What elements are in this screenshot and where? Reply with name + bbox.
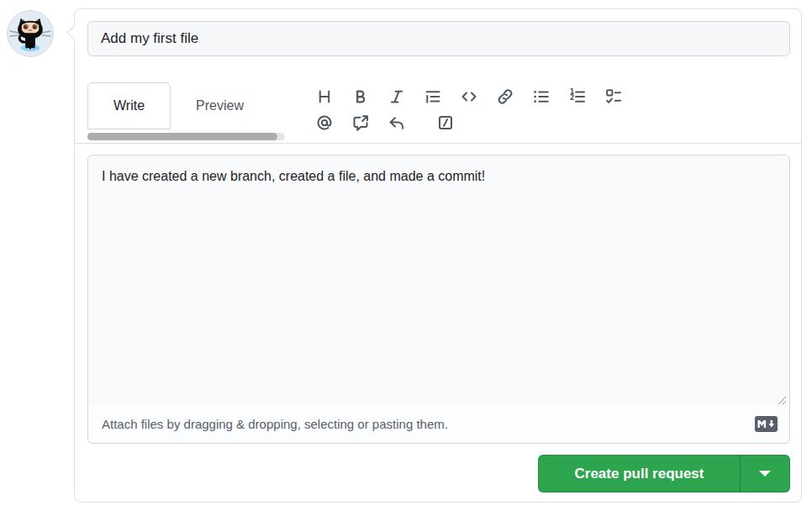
create-pr-options-dropdown[interactable] — [740, 455, 790, 493]
create-pull-request-button[interactable]: Create pull request — [538, 455, 740, 493]
editor-header: Write Preview — [75, 82, 801, 144]
toolbar-row-1: 12 — [316, 83, 622, 109]
tab-preview[interactable]: Preview — [171, 82, 269, 129]
tab-write[interactable]: Write — [87, 82, 171, 129]
heading-button[interactable] — [316, 88, 333, 105]
tabs-horizontal-scrollbar[interactable] — [87, 133, 285, 140]
heading-icon — [316, 88, 333, 105]
markdown-toolbar: 12 — [316, 83, 622, 135]
list-ordered-icon: 12 — [569, 88, 586, 105]
form-actions: Create pull request — [538, 455, 790, 493]
markdown-supported-button[interactable] — [755, 416, 778, 432]
link-button[interactable] — [497, 88, 514, 105]
list-unordered-icon — [533, 88, 550, 105]
bold-icon — [352, 88, 369, 105]
editor-footer: Attach files by dragging & dropping, sel… — [88, 405, 789, 443]
code-icon — [461, 88, 477, 105]
tasklist-button[interactable] — [605, 88, 622, 105]
slash-commands-button[interactable] — [437, 114, 454, 131]
toolbar-row-2 — [316, 109, 622, 135]
quote-icon — [424, 88, 441, 105]
editor-tabs: Write Preview — [87, 82, 269, 129]
reply-icon — [388, 114, 405, 131]
bold-button[interactable] — [352, 88, 369, 105]
cross-reference-icon — [352, 114, 369, 131]
italic-button[interactable] — [388, 88, 405, 105]
mention-button[interactable] — [316, 114, 333, 131]
speech-bubble-caret — [67, 26, 82, 40]
octocat-avatar — [7, 10, 54, 57]
link-icon — [497, 88, 514, 105]
list-unordered-button[interactable] — [533, 88, 550, 105]
pr-title-input[interactable] — [87, 21, 790, 56]
reply-button[interactable] — [388, 114, 405, 131]
scrollbar-thumb[interactable] — [87, 133, 277, 140]
pr-comment-card: Write Preview — [74, 8, 802, 503]
resize-handle-icon[interactable] — [777, 395, 787, 405]
new-pull-request-form: Write Preview — [0, 0, 812, 511]
italic-icon — [388, 88, 405, 105]
cross-reference-button[interactable] — [352, 114, 369, 131]
markdown-icon — [755, 416, 778, 432]
attach-files-hint: Attach files by dragging & dropping, sel… — [102, 417, 448, 431]
svg-text:2: 2 — [570, 94, 575, 102]
slash-commands-icon — [437, 114, 454, 131]
pr-body-textarea[interactable]: I have created a new branch, created a f… — [88, 155, 789, 406]
list-ordered-button[interactable]: 12 — [569, 88, 586, 105]
comment-editor: I have created a new branch, created a f… — [87, 155, 790, 444]
quote-button[interactable] — [424, 88, 441, 105]
chevron-down-icon — [759, 471, 771, 477]
mention-icon — [316, 114, 333, 131]
tasklist-icon — [605, 88, 622, 105]
code-button[interactable] — [461, 88, 477, 105]
octocat-illustration — [7, 10, 54, 57]
